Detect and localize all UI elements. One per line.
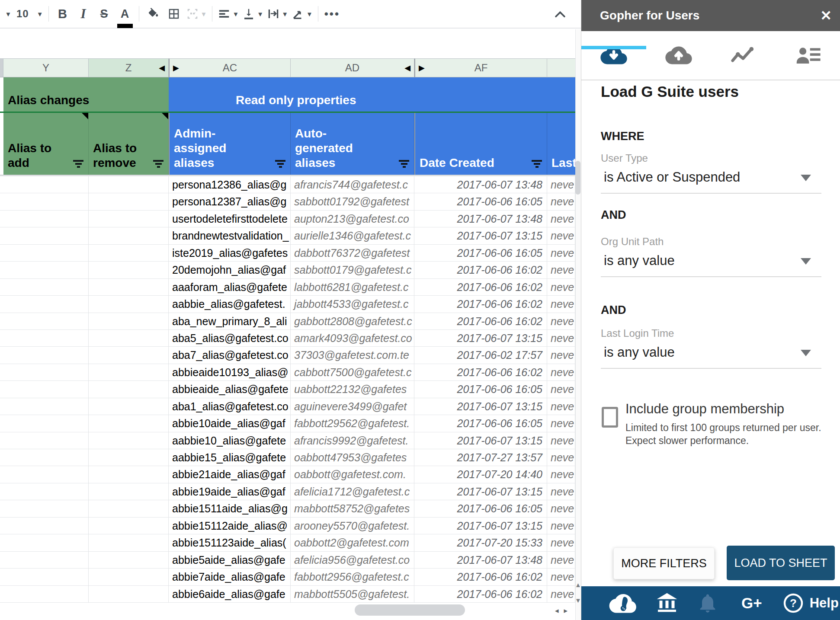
cell-date-created[interactable]: 2017-06-06 16:02 bbox=[414, 279, 547, 296]
cell-admin-alias[interactable]: aabbie_alias@gafetest. bbox=[169, 296, 291, 313]
cell-alias-to-remove[interactable] bbox=[89, 279, 169, 296]
horizontal-scroll-arrows[interactable]: ◂▸ bbox=[555, 606, 573, 615]
cell-date-created[interactable]: 2017-07-20 14:40 bbox=[414, 466, 547, 483]
cell-last-login[interactable]: neve bbox=[547, 483, 575, 500]
cell-date-created[interactable]: 2017-06-06 16:02 bbox=[414, 569, 547, 585]
cell-alias-to-add[interactable] bbox=[3, 262, 89, 278]
cell-admin-alias[interactable]: abbie5aide_alias@gafe bbox=[169, 552, 291, 569]
cell-date-created[interactable]: 2017-06-07 13:15 bbox=[414, 398, 547, 415]
cell-last-login[interactable]: neve bbox=[547, 398, 575, 415]
cell-auto-alias[interactable]: oabbott47953@gafetes bbox=[291, 449, 414, 466]
header-cell-alias-to-add[interactable]: Alias to add bbox=[3, 113, 89, 175]
cell-alias-to-remove[interactable] bbox=[89, 262, 169, 278]
cell-date-created[interactable]: 2017-06-06 16:02 bbox=[414, 364, 547, 381]
merge-cells-button[interactable]: ▼ bbox=[186, 3, 207, 24]
cell-last-login[interactable]: neve bbox=[547, 534, 575, 551]
font-size-selector[interactable]: 10 ▼ bbox=[16, 3, 43, 24]
scroll-down-arrow-icon[interactable]: ▼ bbox=[575, 597, 581, 604]
user-type-dropdown[interactable]: is Active or Suspended bbox=[604, 169, 740, 185]
cell-alias-to-remove[interactable] bbox=[89, 586, 169, 603]
cell-alias-to-remove[interactable] bbox=[89, 381, 169, 398]
cell-auto-alias[interactable]: afelicia956@gafetest.co bbox=[291, 552, 414, 569]
gutter-cell[interactable] bbox=[0, 245, 3, 262]
italic-button[interactable]: I bbox=[75, 3, 92, 24]
cell-auto-alias[interactable]: jabbott4533@gafetest.c bbox=[291, 296, 414, 313]
toolbar-more-button[interactable]: ••• bbox=[324, 3, 341, 24]
cell-last-login[interactable]: neve bbox=[547, 552, 575, 569]
cell-auto-alias[interactable]: amark4093@gafetest.co bbox=[291, 330, 414, 347]
vertical-scrollbar-thumb[interactable] bbox=[575, 161, 580, 195]
cell-auto-alias[interactable]: sabbott01792@gafetest bbox=[291, 193, 414, 210]
cell-last-login[interactable]: neve bbox=[547, 313, 575, 330]
fill-color-button[interactable] bbox=[144, 3, 162, 24]
cell-admin-alias[interactable]: abbie19aide_alias@gaf bbox=[169, 483, 291, 500]
cell-auto-alias[interactable]: aurielle1346@gafetest.c bbox=[291, 227, 414, 244]
gutter-cell[interactable] bbox=[0, 534, 3, 551]
cell-alias-to-add[interactable] bbox=[3, 381, 89, 398]
cell-alias-to-remove[interactable] bbox=[89, 313, 169, 330]
cell-alias-to-remove[interactable] bbox=[89, 296, 169, 313]
cell-admin-alias[interactable]: aabbie15_alias@gafete bbox=[169, 449, 291, 466]
column-header-partial[interactable] bbox=[547, 58, 575, 77]
vertical-align-button[interactable]: ▼ bbox=[242, 3, 263, 24]
gutter-cell[interactable] bbox=[0, 466, 3, 483]
vertical-scrollbar-track[interactable] bbox=[575, 29, 581, 620]
cell-alias-to-add[interactable] bbox=[3, 296, 89, 313]
cell-admin-alias[interactable]: iste2019_alias@gafetes bbox=[169, 245, 291, 262]
strikethrough-button[interactable]: S bbox=[96, 3, 113, 24]
notifications-bell-icon[interactable] bbox=[696, 591, 719, 615]
cell-date-created[interactable]: 2017-06-07 13:15 bbox=[414, 483, 547, 500]
google-plus-link[interactable]: G+ bbox=[741, 594, 762, 612]
last-login-dropdown[interactable]: is any value bbox=[604, 345, 675, 360]
cell-alias-to-add[interactable] bbox=[3, 500, 89, 517]
cell-last-login[interactable]: neve bbox=[547, 518, 575, 534]
cell-alias-to-remove[interactable] bbox=[89, 364, 169, 381]
cell-auto-alias[interactable]: aupton213@gafetest.co bbox=[291, 211, 414, 227]
cell-auto-alias[interactable]: gabbott2808@gafetest.c bbox=[291, 313, 414, 330]
filter-icon[interactable] bbox=[275, 160, 286, 169]
cell-alias-to-remove[interactable] bbox=[89, 466, 169, 483]
hidden-columns-right-icon[interactable]: ▶ bbox=[419, 63, 425, 73]
column-header-z[interactable]: Z ◀ bbox=[89, 58, 169, 77]
cell-date-created[interactable]: 2017-06-02 17:57 bbox=[414, 347, 547, 364]
gutter-cell[interactable] bbox=[0, 415, 3, 432]
cell-alias-to-add[interactable] bbox=[3, 415, 89, 432]
cell-admin-alias[interactable]: usertodeletefirsttodelete bbox=[169, 211, 291, 227]
cell-alias-to-add[interactable] bbox=[3, 432, 89, 449]
cell-auto-alias[interactable]: afelicia1712@gafetest.c bbox=[291, 483, 414, 500]
cell-admin-alias[interactable]: abbie15112aide_alias@ bbox=[169, 518, 291, 534]
cell-date-created[interactable]: 2017-07-27 13:57 bbox=[414, 449, 547, 466]
gutter-cell[interactable] bbox=[0, 296, 3, 313]
cell-admin-alias[interactable]: abbie6aide_alias@gafe bbox=[169, 586, 291, 603]
cell-date-created[interactable]: 2017-06-07 13:48 bbox=[414, 211, 547, 227]
cell-last-login[interactable]: neve bbox=[547, 245, 575, 262]
cell-auto-alias[interactable]: labbott6281@gafetest.c bbox=[291, 279, 414, 296]
cell-admin-alias[interactable]: aba5_alias@gafetest.co bbox=[169, 330, 291, 347]
cell-date-created[interactable]: 2017-06-06 16:05 bbox=[414, 193, 547, 210]
cell-last-login[interactable]: neve bbox=[547, 227, 575, 244]
gutter-cell[interactable] bbox=[0, 313, 3, 330]
header-cell-last[interactable]: Last bbox=[547, 113, 575, 175]
cell-admin-alias[interactable]: aba_new_primary_8_ali bbox=[169, 313, 291, 330]
column-header-y[interactable]: Y bbox=[3, 58, 89, 77]
horizontal-scrollbar-thumb[interactable] bbox=[355, 604, 465, 616]
cell-admin-alias[interactable]: aaaforam_alias@gafete bbox=[169, 279, 291, 296]
cell-auto-alias[interactable]: sabbott0179@gafetest.c bbox=[291, 262, 414, 278]
cell-last-login[interactable]: neve bbox=[547, 296, 575, 313]
hidden-columns-left-icon[interactable]: ◀ bbox=[404, 63, 410, 73]
header-cell-alias-to-remove[interactable]: Alias to remove bbox=[89, 113, 169, 175]
hidden-columns-left-icon[interactable]: ◀ bbox=[159, 63, 165, 73]
cell-auto-alias[interactable]: aguinevere3499@gafet bbox=[291, 398, 414, 415]
column-header-af[interactable]: ▶ AF bbox=[414, 58, 547, 77]
gutter-cell[interactable] bbox=[0, 227, 3, 244]
cell-alias-to-add[interactable] bbox=[3, 193, 89, 210]
include-groups-checkbox[interactable] bbox=[602, 407, 618, 428]
cell-alias-to-remove[interactable] bbox=[89, 483, 169, 500]
read-only-banner-cell[interactable]: Read only properties bbox=[169, 77, 575, 112]
cell-date-created[interactable]: 2017-06-06 16:05 bbox=[414, 245, 547, 262]
header-cell-admin-assigned[interactable]: Admin-assigned aliases bbox=[169, 113, 291, 175]
cell-auto-alias[interactable]: afrancis9992@gafetest. bbox=[291, 432, 414, 449]
cell-last-login[interactable]: neve bbox=[547, 500, 575, 517]
filter-icon[interactable] bbox=[531, 160, 542, 169]
cell-alias-to-add[interactable] bbox=[3, 466, 89, 483]
